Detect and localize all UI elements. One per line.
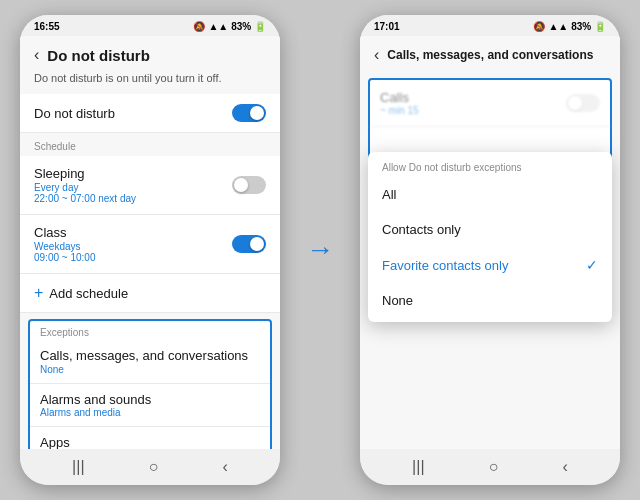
right-header: ‹ Calls, messages, and conversations [360, 36, 620, 72]
exceptions-box: Exceptions Calls, messages, and conversa… [28, 319, 272, 449]
arrow-container: → [300, 234, 340, 266]
nav-bar-right: ||| ○ ‹ [360, 449, 620, 485]
exceptions-label: Exceptions [30, 321, 270, 340]
back-button-left[interactable]: ‹ [34, 46, 39, 64]
alarms-sounds-sub: Alarms and media [40, 407, 260, 418]
sleeping-info: Sleeping Every day22:00 ~ 07:00 next day [34, 166, 136, 204]
dropdown-item-contacts[interactable]: Contacts only [368, 212, 612, 247]
apps-label: Apps [40, 435, 260, 449]
dropdown-label: Allow Do not disturb exceptions [368, 156, 612, 177]
dropdown-all-label: All [382, 187, 396, 202]
class-label: Class [34, 225, 95, 240]
left-phone: 16:55 🔕 ▲▲ 83% 🔋 ‹ Do not disturb Do not… [20, 15, 280, 485]
nav-back-icon[interactable]: ‹ [223, 458, 228, 476]
nav-bar-left: ||| ○ ‹ [20, 449, 280, 485]
nav-menu-icon-right[interactable]: ||| [412, 458, 424, 476]
checkmark-icon: ✓ [586, 257, 598, 273]
alarms-sounds-row[interactable]: Alarms and sounds Alarms and media [30, 384, 270, 427]
schedule-section-label: Schedule [20, 133, 280, 156]
class-toggle[interactable] [232, 235, 266, 253]
add-schedule-row[interactable]: + Add schedule [20, 274, 280, 313]
add-schedule-label: Add schedule [49, 286, 128, 301]
class-info: Class Weekdays09:00 ~ 10:00 [34, 225, 95, 263]
nav-back-icon-right[interactable]: ‹ [563, 458, 568, 476]
right-screen-content: Calls ~ min 15 Messages None Conversatio… [360, 72, 620, 449]
transition-arrow: → [306, 234, 334, 266]
dropdown-contacts-label: Contacts only [382, 222, 461, 237]
dropdown-favorite-label: Favorite contacts only [382, 258, 508, 273]
nav-menu-icon[interactable]: ||| [72, 458, 84, 476]
right-title: Calls, messages, and conversations [387, 48, 593, 62]
apps-row[interactable]: Apps None [30, 427, 270, 449]
dnd-label: Do not disturb [34, 106, 115, 121]
status-icons-right: 🔕 ▲▲ 83% 🔋 [533, 21, 606, 32]
class-row[interactable]: Class Weekdays09:00 ~ 10:00 [20, 215, 280, 274]
dnd-toggle-row[interactable]: Do not disturb [20, 94, 280, 133]
dnd-toggle[interactable] [232, 104, 266, 122]
left-screen: ‹ Do not disturb Do not disturb is on un… [20, 36, 280, 449]
dropdown-item-none[interactable]: None [368, 283, 612, 318]
nav-home-icon[interactable]: ○ [149, 458, 159, 476]
back-button-right[interactable]: ‹ [374, 46, 379, 64]
subtitle-left: Do not disturb is on until you turn it o… [20, 72, 280, 94]
dropdown-item-all[interactable]: All [368, 177, 612, 212]
calls-info: Calls ~ min 15 [380, 90, 419, 116]
dropdown-none-label: None [382, 293, 413, 308]
calls-toggle[interactable] [566, 94, 600, 112]
sleeping-row[interactable]: Sleeping Every day22:00 ~ 07:00 next day [20, 156, 280, 215]
sleeping-label: Sleeping [34, 166, 136, 181]
calls-label-right: Calls [380, 90, 419, 105]
dropdown-item-favorite[interactable]: Favorite contacts only ✓ [368, 247, 612, 283]
class-sub: Weekdays09:00 ~ 10:00 [34, 241, 95, 263]
nav-home-icon-right[interactable]: ○ [489, 458, 499, 476]
right-screen: ‹ Calls, messages, and conversations Cal… [360, 36, 620, 449]
calls-messages-sub: None [40, 364, 260, 375]
sleeping-sub: Every day22:00 ~ 07:00 next day [34, 182, 136, 204]
dropdown-menu: Allow Do not disturb exceptions All Cont… [368, 152, 612, 322]
status-bar-right: 17:01 🔕 ▲▲ 83% 🔋 [360, 15, 620, 36]
alarms-sounds-label: Alarms and sounds [40, 392, 260, 407]
calls-sub-right: ~ min 15 [380, 105, 419, 116]
status-bar-left: 16:55 🔕 ▲▲ 83% 🔋 [20, 15, 280, 36]
time-left: 16:55 [34, 21, 60, 32]
time-right: 17:01 [374, 21, 400, 32]
calls-messages-row[interactable]: Calls, messages, and conversations None [30, 340, 270, 384]
sleeping-toggle[interactable] [232, 176, 266, 194]
status-icons-left: 🔕 ▲▲ 83% 🔋 [193, 21, 266, 32]
calls-messages-label: Calls, messages, and conversations [40, 348, 260, 363]
left-header: ‹ Do not disturb [20, 36, 280, 72]
plus-icon: + [34, 284, 43, 302]
calls-row[interactable]: Calls ~ min 15 [370, 80, 610, 127]
left-title: Do not disturb [47, 47, 149, 64]
right-phone: 17:01 🔕 ▲▲ 83% 🔋 ‹ Calls, messages, and … [360, 15, 620, 485]
